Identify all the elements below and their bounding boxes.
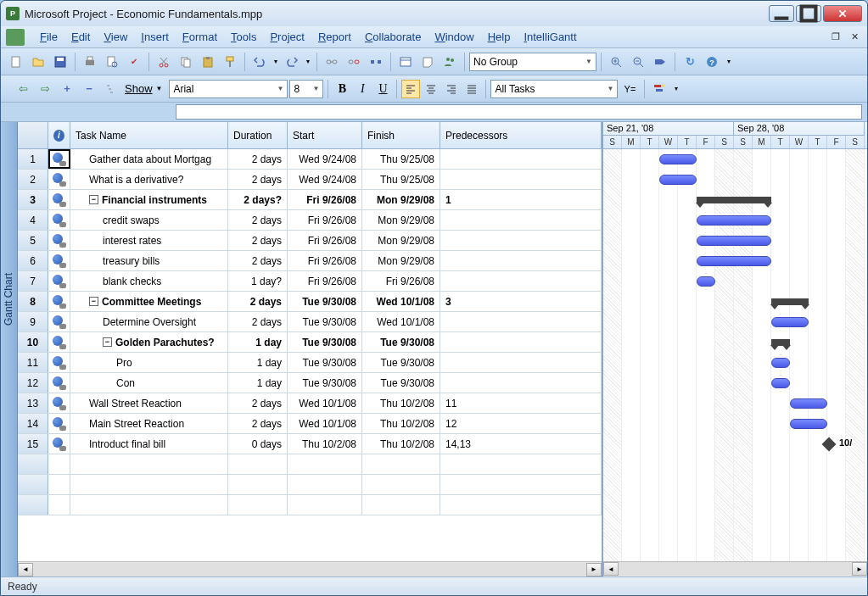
- paste-icon[interactable]: [198, 52, 218, 72]
- row-indicator[interactable]: [48, 434, 70, 454]
- menu-project[interactable]: Project: [263, 29, 311, 45]
- predecessors-cell[interactable]: 3: [440, 292, 602, 311]
- show-label[interactable]: Show: [123, 82, 154, 95]
- predecessors-cell[interactable]: [440, 312, 602, 331]
- zoom-out-icon[interactable]: [628, 52, 648, 72]
- scroll-right-icon[interactable]: ►: [586, 563, 602, 577]
- row-number[interactable]: 11: [18, 353, 48, 372]
- menu-insert[interactable]: Insert: [134, 29, 176, 45]
- minimize-button[interactable]: [769, 5, 794, 22]
- link-tasks-icon[interactable]: [322, 52, 342, 72]
- format-painter-icon[interactable]: [220, 52, 240, 72]
- predecessors-cell[interactable]: 11: [440, 393, 602, 413]
- filter-combo[interactable]: All Tasks▼: [490, 80, 618, 98]
- row-number[interactable]: 1: [18, 149, 48, 169]
- predecessors-cell[interactable]: [440, 353, 602, 372]
- task-name-cell[interactable]: Pro: [70, 353, 228, 372]
- italic-button[interactable]: I: [353, 80, 372, 98]
- header-finish[interactable]: Finish: [362, 122, 440, 148]
- toolbar2-options-icon[interactable]: ▾: [671, 79, 681, 99]
- predecessors-cell[interactable]: 1: [440, 190, 602, 209]
- task-notes-icon[interactable]: [417, 52, 438, 72]
- row-number[interactable]: 4: [18, 210, 48, 230]
- row-indicator[interactable]: [48, 231, 70, 250]
- align-left-button[interactable]: [401, 80, 420, 98]
- gantt-task-bar[interactable]: [697, 236, 771, 246]
- gantt-task-bar[interactable]: [697, 276, 715, 287]
- task-name-cell[interactable]: blank checks: [70, 271, 228, 291]
- menu-window[interactable]: Window: [428, 29, 480, 45]
- group-combo[interactable]: No Group▼: [469, 53, 596, 71]
- row-number[interactable]: 10: [18, 332, 48, 352]
- duration-cell[interactable]: 2 days: [228, 210, 288, 230]
- task-name-cell[interactable]: Con: [70, 373, 228, 393]
- predecessors-cell[interactable]: [440, 373, 602, 393]
- underline-button[interactable]: U: [373, 80, 392, 98]
- outline-toggle-icon[interactable]: −: [89, 195, 98, 204]
- gantt-task-bar[interactable]: [771, 317, 809, 327]
- predecessors-cell[interactable]: [440, 210, 602, 230]
- row-number[interactable]: 14: [18, 414, 48, 433]
- row-indicator[interactable]: [48, 332, 70, 352]
- menu-tools[interactable]: Tools: [224, 29, 263, 45]
- redo-icon[interactable]: [282, 52, 302, 72]
- table-row-empty[interactable]: [18, 495, 602, 515]
- row-indicator[interactable]: [48, 271, 70, 291]
- font-combo[interactable]: Arial▼: [169, 80, 288, 98]
- table-row[interactable]: 7blank checks1 day?Fri 9/26/08Fri 9/26/0…: [18, 271, 602, 292]
- task-name-cell[interactable]: −Financial instruments: [70, 190, 228, 209]
- task-info-icon[interactable]: [395, 52, 416, 72]
- predecessors-cell[interactable]: 12: [440, 414, 602, 433]
- header-info[interactable]: i: [48, 122, 70, 148]
- start-cell[interactable]: Wed 9/24/08: [288, 170, 362, 189]
- header-rownum[interactable]: [18, 122, 48, 148]
- gantt-summary-bar[interactable]: [771, 298, 809, 305]
- duration-cell[interactable]: 1 day?: [228, 271, 288, 291]
- table-row[interactable]: 3−Financial instruments2 days?Fri 9/26/0…: [18, 190, 602, 210]
- finish-cell[interactable]: Mon 9/29/08: [362, 231, 440, 250]
- header-start[interactable]: Start: [288, 122, 362, 148]
- autofilter-icon[interactable]: Y=: [619, 79, 640, 99]
- gantt-task-bar[interactable]: [659, 175, 697, 185]
- duration-cell[interactable]: 2 days: [228, 292, 288, 311]
- finish-cell[interactable]: Fri 9/26/08: [362, 271, 440, 291]
- row-indicator[interactable]: [48, 210, 70, 230]
- row-indicator[interactable]: [48, 292, 70, 311]
- save-icon[interactable]: [50, 52, 70, 72]
- task-name-cell[interactable]: What is a derivative?: [70, 170, 228, 189]
- duration-cell[interactable]: 2 days: [228, 231, 288, 250]
- row-indicator[interactable]: [48, 190, 70, 209]
- gantt-task-bar[interactable]: [697, 215, 771, 226]
- task-name-cell[interactable]: credit swaps: [70, 210, 228, 230]
- gantt-body[interactable]: 10/: [603, 149, 867, 561]
- menu-collaborate[interactable]: Collaborate: [358, 29, 428, 45]
- task-name-cell[interactable]: Determine Oversight: [70, 312, 228, 331]
- task-name-cell[interactable]: Gather data about Mortgag: [70, 149, 228, 169]
- start-cell[interactable]: Thu 10/2/08: [288, 434, 362, 454]
- start-cell[interactable]: Tue 9/30/08: [288, 312, 362, 331]
- predecessors-cell[interactable]: [440, 149, 602, 169]
- duration-cell[interactable]: 1 day: [228, 373, 288, 393]
- duration-cell[interactable]: 2 days: [228, 149, 288, 169]
- undo-dropdown[interactable]: ▼: [272, 52, 280, 72]
- task-name-cell[interactable]: −Committee Meetings: [70, 292, 228, 311]
- menu-intelligantt[interactable]: IntelliGantt: [517, 29, 583, 45]
- scroll-left-icon[interactable]: ◄: [18, 563, 33, 577]
- gantt-scroll-right-icon[interactable]: ►: [852, 562, 867, 576]
- header-taskname[interactable]: Task Name: [70, 122, 228, 148]
- task-name-cell[interactable]: Main Street Reaction: [70, 414, 228, 433]
- start-cell[interactable]: Tue 9/30/08: [288, 292, 362, 311]
- duration-cell[interactable]: 2 days: [228, 393, 288, 413]
- task-name-cell[interactable]: interest rates: [70, 231, 228, 250]
- open-icon[interactable]: [28, 52, 48, 72]
- menu-format[interactable]: Format: [176, 29, 224, 45]
- gantt-wizard-icon[interactable]: [649, 79, 669, 99]
- split-task-icon[interactable]: [366, 52, 386, 72]
- zoom-in-icon[interactable]: [606, 52, 626, 72]
- start-cell[interactable]: Wed 10/1/08: [288, 393, 362, 413]
- start-cell[interactable]: Fri 9/26/08: [288, 271, 362, 291]
- show-subtasks-icon[interactable]: +: [57, 79, 77, 99]
- align-justify-button[interactable]: [462, 80, 481, 98]
- row-indicator[interactable]: [48, 353, 70, 372]
- row-number[interactable]: 3: [18, 190, 48, 209]
